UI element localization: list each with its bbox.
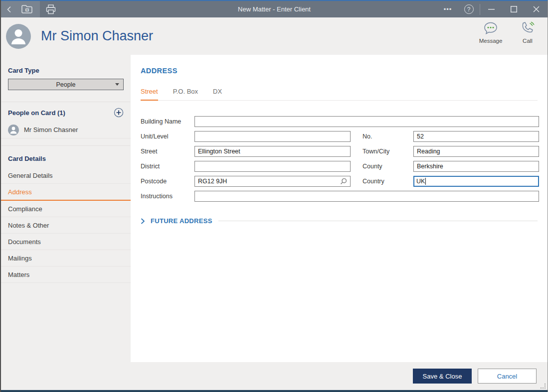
printer-icon: [45, 4, 56, 14]
maximize-button[interactable]: [503, 1, 525, 17]
sidebar-item-notes-other[interactable]: Notes & Other: [1, 217, 131, 234]
sidebar-item-mailings[interactable]: Mailings: [1, 250, 131, 266]
unit-level-input[interactable]: [194, 131, 351, 142]
help-icon: ?: [464, 4, 474, 14]
people-on-card-label: People on Card (1): [8, 109, 65, 117]
dialog-footer: Save & Close Cancel: [131, 362, 548, 390]
card-details-label: Card Details: [8, 155, 131, 162]
call-icon: [521, 21, 535, 35]
future-address-label: FUTURE ADDRESS: [151, 217, 212, 225]
call-label: Call: [523, 38, 533, 44]
country-value: UK: [416, 178, 425, 185]
close-button[interactable]: [525, 1, 548, 17]
person-list-item[interactable]: Mr Simon Chasner: [1, 122, 131, 138]
svg-text:M: M: [26, 8, 28, 11]
titlebar-left-group: M: [1, 1, 40, 17]
sidebar: Card Type People People on Card (1): [1, 55, 131, 390]
search-icon[interactable]: [340, 178, 347, 185]
sidebar-item-compliance[interactable]: Compliance: [1, 201, 131, 217]
print-button[interactable]: [40, 1, 62, 17]
no-label: No.: [363, 131, 413, 142]
client-header: Mr Simon Chasner Message Call: [1, 17, 548, 55]
town-city-label: Town/City: [363, 146, 413, 157]
district-input[interactable]: [194, 161, 351, 172]
message-icon: [483, 21, 498, 35]
building-name-input[interactable]: [194, 116, 539, 127]
country-label: Country: [363, 176, 413, 187]
sidebar-item-matters[interactable]: Matters: [1, 266, 131, 283]
matter-folder-icon: M: [21, 4, 33, 14]
address-form: Building Name Unit/Level No. Street Town…: [141, 116, 538, 202]
client-avatar: [6, 24, 31, 49]
building-name-label: Building Name: [141, 116, 194, 127]
person-avatar: [8, 125, 19, 135]
chevron-right-icon: [141, 218, 145, 224]
help-button[interactable]: ?: [458, 1, 480, 17]
section-divider: [218, 221, 538, 221]
resize-grip[interactable]: [541, 384, 546, 389]
postcode-label: Postcode: [141, 176, 194, 187]
message-label: Message: [479, 38, 503, 44]
person-name: Mr Simon Chasner: [24, 126, 78, 133]
unit-level-label: Unit/Level: [141, 131, 194, 142]
add-person-button[interactable]: [114, 108, 124, 118]
tab-po-box[interactable]: P.O. Box: [173, 88, 198, 101]
card-type-label: Card Type: [8, 67, 131, 74]
app-window: M New Matter - Enter Client ••• ?: [0, 0, 548, 392]
person-icon: [8, 125, 19, 135]
client-name: Mr Simon Chasner: [41, 28, 153, 44]
save-close-button[interactable]: Save & Close: [413, 369, 472, 384]
call-button[interactable]: Call: [515, 21, 541, 44]
address-tabs: Street P.O. Box DX: [141, 87, 538, 101]
tab-street[interactable]: Street: [141, 88, 158, 101]
back-chevron-icon: [6, 6, 11, 13]
town-city-input[interactable]: [413, 146, 539, 157]
postcode-input[interactable]: [194, 176, 351, 187]
instructions-input[interactable]: [194, 191, 539, 202]
page-title: ADDRESS: [141, 67, 538, 75]
county-input[interactable]: [413, 161, 539, 172]
instructions-label: Instructions: [141, 191, 194, 202]
people-on-card-header: People on Card (1): [1, 102, 131, 121]
back-button[interactable]: [1, 1, 17, 17]
maximize-icon: [511, 6, 517, 12]
text-cursor: [425, 178, 426, 185]
window-controls: ••• ?: [438, 1, 548, 17]
header-actions: Message Call: [478, 21, 541, 44]
chevron-down-icon: [115, 83, 119, 86]
title-bar: M New Matter - Enter Client ••• ?: [1, 0, 548, 17]
county-label: County: [363, 161, 413, 172]
address-panel: ADDRESS Street P.O. Box DX Building Name…: [131, 55, 548, 362]
postcode-field: [194, 176, 351, 187]
sidebar-item-general-details[interactable]: General Details: [1, 167, 131, 184]
district-label: District: [141, 161, 194, 172]
card-details-nav: General Details Address Compliance Notes…: [1, 167, 131, 283]
no-input[interactable]: [413, 131, 539, 142]
sidebar-item-address[interactable]: Address: [1, 184, 131, 201]
more-options-button[interactable]: •••: [438, 1, 458, 17]
street-label: Street: [141, 146, 194, 157]
minimize-button[interactable]: [480, 1, 503, 17]
tab-dx[interactable]: DX: [213, 88, 222, 101]
sidebar-divider: [1, 145, 130, 146]
minimize-icon: [488, 9, 495, 10]
country-input[interactable]: UK: [413, 176, 539, 187]
street-input[interactable]: [194, 146, 351, 157]
cancel-button[interactable]: Cancel: [478, 369, 537, 384]
card-type-value: People: [56, 81, 76, 88]
person-icon: [6, 24, 31, 49]
message-button[interactable]: Message: [478, 21, 504, 44]
card-type-dropdown[interactable]: People: [8, 79, 124, 90]
future-address-section[interactable]: FUTURE ADDRESS: [141, 217, 538, 225]
close-icon: [533, 6, 540, 12]
sidebar-item-documents[interactable]: Documents: [1, 234, 131, 250]
matter-folder-button[interactable]: M: [17, 1, 37, 17]
